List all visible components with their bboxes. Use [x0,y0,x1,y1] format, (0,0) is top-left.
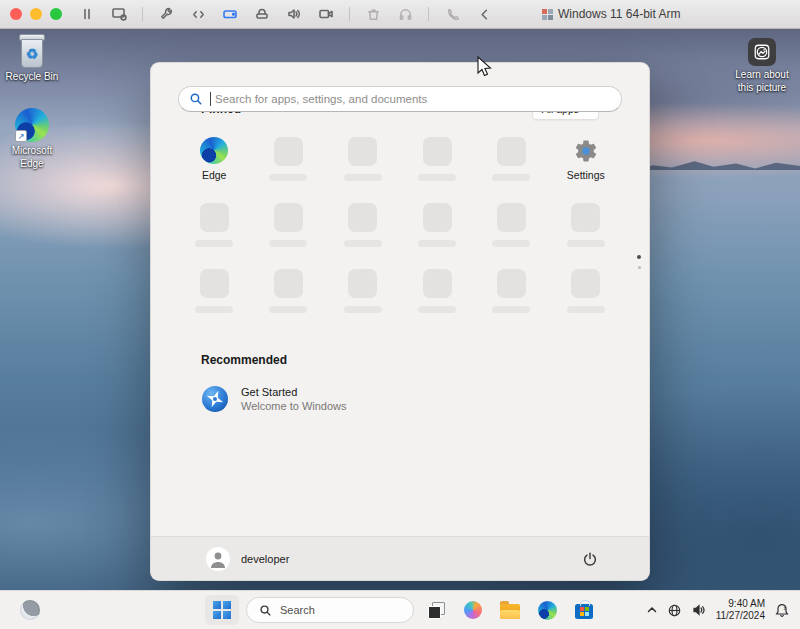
network-globe-icon[interactable] [667,603,682,618]
power-button[interactable] [577,546,603,572]
edge-icon [538,601,557,620]
desktop-icon-learn-about-picture[interactable]: Learn about this picture [730,38,794,94]
start-menu: Pinned All apps › EdgeSettings Recommend… [150,62,650,581]
pinned-app-placeholder[interactable] [400,137,474,181]
pinned-app-placeholder[interactable] [326,269,400,313]
sound-icon[interactable] [285,5,303,23]
window-title: Windows 11 64-bit Arm [542,0,681,28]
file-explorer-button[interactable] [495,595,525,625]
start-search-box[interactable] [178,86,622,112]
tray-time: 9:40 AM [716,598,765,611]
edge-taskbar-button[interactable] [532,595,562,625]
task-view-button[interactable] [421,595,451,625]
placeholder-label-bar [269,174,307,181]
page-dot[interactable] [638,266,641,269]
placeholder-tile-icon [200,203,229,232]
settings-wrench-icon[interactable] [157,5,175,23]
minimize-window-button[interactable] [30,8,42,20]
copilot-icon [464,601,482,619]
pinned-app-placeholder[interactable] [326,137,400,181]
placeholder-tile-icon [497,137,526,166]
pinned-app-settings[interactable]: Settings [549,137,623,181]
microsoft-store-button[interactable] [569,595,599,625]
usb-device-icon[interactable] [253,5,271,23]
placeholder-tile-icon [571,269,600,298]
pinned-pagination[interactable] [637,255,641,269]
code-console-icon[interactable] [189,5,207,23]
pinned-app-placeholder[interactable] [400,203,474,247]
zoom-window-button[interactable] [50,8,62,20]
start-button[interactable] [205,595,239,625]
pinned-app-placeholder[interactable] [251,137,325,181]
phone-icon[interactable] [443,5,461,23]
widgets-button[interactable] [18,598,42,622]
desktop-icon-microsoft-edge[interactable]: ↗ Microsoft Edge [0,108,64,170]
placeholder-tile-icon [423,203,452,232]
collapse-toolbar-icon[interactable] [475,5,493,23]
settings-gear-icon [573,138,599,164]
pinned-app-placeholder[interactable] [549,269,623,313]
pause-vm-icon[interactable] [78,5,96,23]
close-window-button[interactable] [10,8,22,20]
volume-icon[interactable] [691,602,707,618]
placeholder-label-bar [195,240,233,247]
pinned-app-placeholder[interactable] [326,203,400,247]
pinned-app-label: Edge [202,169,227,181]
toolbar-divider [142,7,143,21]
taskbar-search-box[interactable]: Search [246,597,414,623]
mouse-cursor [476,56,493,80]
pinned-app-placeholder[interactable] [251,269,325,313]
placeholder-label-bar [567,240,605,247]
vm-window: Windows 11 64-bit Arm ♻ Recycle Bin ↗ Mi… [0,0,800,629]
trash-icon[interactable] [364,5,382,23]
placeholder-tile-icon [423,269,452,298]
wallpaper-mountains [640,154,800,170]
microsoft-store-icon [575,604,593,619]
widgets-weather-icon [20,600,40,620]
placeholder-tile-icon [200,269,229,298]
pinned-app-placeholder[interactable] [400,269,474,313]
camera-icon[interactable] [317,5,335,23]
placeholder-tile-icon [423,137,452,166]
page-dot-active[interactable] [637,255,641,259]
tray-clock[interactable]: 9:40 AM 11/27/2024 [716,598,765,623]
desktop-icon-label: Microsoft Edge [0,145,64,170]
pinned-app-placeholder[interactable] [549,203,623,247]
recommended-item-title: Get Started [241,386,347,398]
notification-bell-icon[interactable]: z [774,602,790,618]
edge-icon: ↗ [15,108,49,142]
copilot-button[interactable] [458,595,488,625]
pinned-app-placeholder[interactable] [474,269,548,313]
pinned-app-placeholder[interactable] [177,269,251,313]
placeholder-tile-icon [571,203,600,232]
user-name-label: developer [241,553,289,565]
file-explorer-icon [500,604,520,619]
pinned-app-placeholder[interactable] [474,137,548,181]
recycle-bin-icon: ♻ [17,34,47,68]
desktop-icon-label: Learn about this picture [730,69,794,94]
recommended-item-get-started[interactable]: Get Started Welcome to Windows [201,385,599,413]
vm-os-icon [542,9,553,20]
placeholder-tile-icon [274,269,303,298]
pinned-app-placeholder[interactable] [251,203,325,247]
titlebar: Windows 11 64-bit Arm [0,0,800,29]
placeholder-label-bar [195,306,233,313]
user-avatar-icon [206,547,230,571]
pinned-app-edge[interactable]: Edge [177,137,251,181]
task-view-icon [428,602,445,619]
window-controls [10,8,62,20]
placeholder-tile-icon [274,137,303,166]
pinned-app-placeholder[interactable] [177,203,251,247]
hard-disk-icon[interactable] [221,5,239,23]
tray-chevron-up-icon[interactable] [646,604,658,616]
headphones-icon[interactable] [396,5,414,23]
placeholder-label-bar [418,240,456,247]
get-started-icon [201,385,229,413]
placeholder-label-bar [567,306,605,313]
snapshots-icon[interactable] [110,5,128,23]
desktop-icon-label: Recycle Bin [6,71,59,84]
pinned-app-placeholder[interactable] [474,203,548,247]
desktop-icon-recycle-bin[interactable]: ♻ Recycle Bin [0,34,64,84]
start-search-input[interactable] [213,92,611,106]
user-profile-button[interactable]: developer [206,547,289,571]
